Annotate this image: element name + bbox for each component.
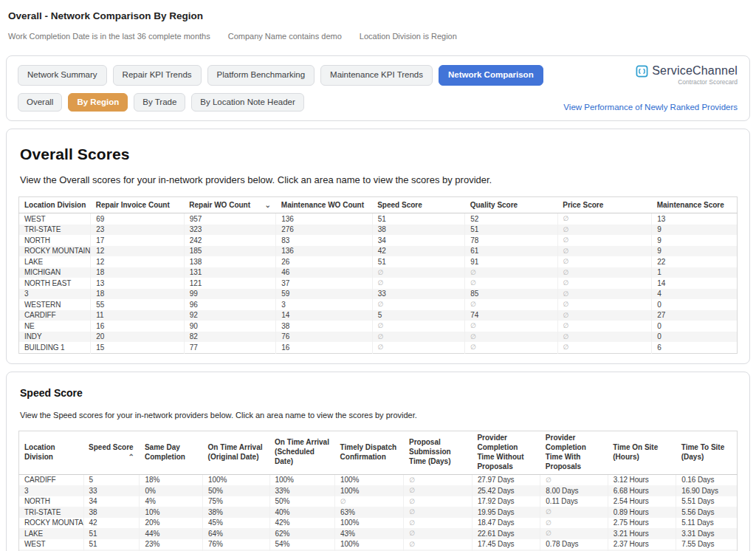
column-header-speed-score[interactable]: Speed Score⌃ (83, 431, 140, 474)
tab-by-trade[interactable]: By Trade (134, 93, 185, 112)
value-cell: 54% (269, 539, 335, 550)
area-name-cell[interactable]: CARDIFF (19, 310, 91, 321)
value-cell: 76 (276, 332, 372, 343)
column-header-quality-score[interactable]: Quality Score (465, 197, 558, 213)
value-cell: 138 (184, 256, 276, 267)
value-cell: 100% (269, 474, 335, 485)
tab-by-region[interactable]: By Region (68, 93, 128, 112)
value-cell: 50% (269, 496, 335, 507)
value-cell: 19.95 Days (472, 507, 540, 518)
value-cell: 14 (276, 310, 372, 321)
area-name-cell[interactable]: NE (19, 321, 91, 332)
area-name-cell[interactable]: NORTH (19, 235, 91, 246)
value-cell: 0% (140, 485, 203, 496)
area-name-cell[interactable]: INDY (19, 332, 91, 343)
column-header-time-on-site-hours[interactable]: Time On Site (Hours) (608, 431, 676, 474)
value-cell: 34 (372, 235, 465, 246)
area-name-cell[interactable]: WEST (19, 213, 91, 225)
value-cell: 82 (184, 332, 276, 343)
tab-maintenance-kpi-trends[interactable]: Maintenance KPI Trends (320, 65, 433, 86)
area-name-cell[interactable]: TRI-STATE (19, 507, 84, 518)
area-name-cell[interactable]: MICHIGAN (19, 267, 91, 278)
value-cell: 242 (184, 235, 276, 246)
value-cell: 52 (465, 213, 558, 225)
value-cell: 23 (91, 225, 184, 236)
column-header-time-to-site-days[interactable]: Time To Site (Days) (676, 431, 738, 474)
value-cell: ∅ (372, 342, 465, 353)
area-name-cell[interactable]: 3 (19, 485, 84, 496)
area-name-cell[interactable]: TRI-STATE (19, 225, 91, 236)
table-row: ROCKY MOUNTAIN121851364261∅9 (19, 246, 738, 257)
value-cell: 3.12 Hours (608, 474, 676, 485)
area-name-cell[interactable]: WESTERN (19, 299, 91, 310)
table-row: NORTH344%75%50%∅∅17.92 Days0.11 Days2.54… (19, 496, 738, 507)
area-name-cell[interactable]: LAKE (19, 528, 84, 539)
null-value-icon: ∅ (470, 279, 476, 287)
value-cell: 38% (203, 507, 269, 518)
value-cell: 61 (465, 246, 558, 257)
value-cell: 957 (184, 213, 276, 225)
null-value-icon: ∅ (378, 333, 384, 340)
value-cell: 38 (276, 321, 372, 332)
table-row: WESTERN55963∅∅∅0 (19, 299, 738, 310)
column-header-price-score[interactable]: Price Score (557, 197, 651, 213)
value-cell: 78 (465, 235, 558, 246)
area-name-cell[interactable]: LAKE (19, 256, 91, 267)
newly-ranked-providers-link[interactable]: View Performance of Newly Ranked Provide… (563, 103, 738, 112)
value-cell: 5 (372, 310, 465, 321)
tab-overall[interactable]: Overall (18, 93, 62, 112)
null-value-icon: ∅ (563, 312, 569, 319)
value-cell: ∅ (557, 225, 651, 236)
value-cell: 18% (140, 474, 203, 485)
value-cell: ∅ (465, 299, 558, 310)
column-header-on-time-arrival-scheduled-date[interactable]: On Time Arrival (Scheduled Date) (269, 431, 335, 474)
value-cell: ∅ (557, 332, 651, 343)
column-header-same-day-completion[interactable]: Same Day Completion (140, 431, 203, 474)
tab-platform-benchmarking[interactable]: Platform Benchmarking (207, 65, 315, 86)
value-cell: 22.61 Days (472, 528, 540, 539)
column-header-speed-score[interactable]: Speed Score (372, 197, 465, 213)
column-header-repair-wo-count[interactable]: Repair WO Count⌄ (184, 197, 276, 213)
value-cell: ∅ (557, 213, 651, 225)
tab-by-location-note-header[interactable]: By Location Note Header (191, 93, 304, 112)
column-header-repair-invoice-count[interactable]: Repair Invoice Count (91, 197, 184, 213)
value-cell: 17 (91, 235, 184, 246)
column-header-on-time-arrival-original-date[interactable]: On Time Arrival (Original Date) (203, 431, 269, 474)
area-name-cell[interactable]: ROCKY MOUNTAIN (19, 246, 91, 257)
value-cell: ∅ (404, 485, 472, 496)
value-cell: 16 (91, 321, 184, 332)
tab-repair-kpi-trends[interactable]: Repair KPI Trends (113, 65, 202, 86)
value-cell: 23% (140, 539, 203, 550)
column-header-location-division[interactable]: Location Division (19, 197, 91, 213)
value-cell: 7.55 Days (676, 539, 738, 550)
column-header-proposal-submission-time-days[interactable]: Proposal Submission Time (Days) (404, 431, 472, 474)
null-value-icon: ∅ (563, 269, 569, 276)
servicechannel-logo-icon (636, 65, 648, 78)
value-cell: 33 (372, 289, 465, 300)
column-header-timely-dispatch-confirmation[interactable]: Timely Dispatch Confirmation (335, 431, 404, 474)
column-header-maintenance-score[interactable]: Maintenance Score (652, 197, 738, 213)
value-cell: 92 (184, 310, 276, 321)
value-cell: ∅ (557, 246, 651, 257)
area-name-cell[interactable]: WEST (19, 539, 84, 550)
area-name-cell[interactable]: ROCKY MOUNTAIN (19, 518, 84, 529)
table-header-row: Location DivisionSpeed Score⌃Same Day Co… (19, 431, 738, 474)
area-name-cell[interactable]: NORTH (19, 496, 84, 507)
null-value-icon: ∅ (409, 508, 415, 516)
column-header-provider-completion-time-with-proposals[interactable]: Provider Completion Time With Proposals (540, 431, 608, 474)
null-value-icon: ∅ (563, 258, 569, 265)
area-name-cell[interactable]: 3 (19, 289, 91, 300)
table-row: CARDIFF119214574∅27 (19, 310, 738, 321)
tab-network-summary[interactable]: Network Summary (18, 65, 107, 86)
column-header-location-division[interactable]: Location Division (19, 431, 84, 474)
column-header-provider-completion-time-without-proposals[interactable]: Provider Completion Time Without Proposa… (472, 431, 540, 474)
area-name-cell[interactable]: CARDIFF (19, 474, 84, 485)
tab-network-comparison[interactable]: Network Comparison (439, 65, 543, 86)
value-cell: 51 (83, 528, 140, 539)
value-cell: 64% (203, 528, 269, 539)
value-cell: ∅ (404, 539, 472, 550)
area-name-cell[interactable]: BUILDING 1 (19, 342, 91, 353)
table-row: TRI-STATE3810%38%40%63%∅19.95 Days∅0.89 … (19, 507, 738, 518)
column-header-maintenance-wo-count[interactable]: Maintenance WO Count (276, 197, 372, 213)
area-name-cell[interactable]: NORTH EAST (19, 278, 91, 289)
